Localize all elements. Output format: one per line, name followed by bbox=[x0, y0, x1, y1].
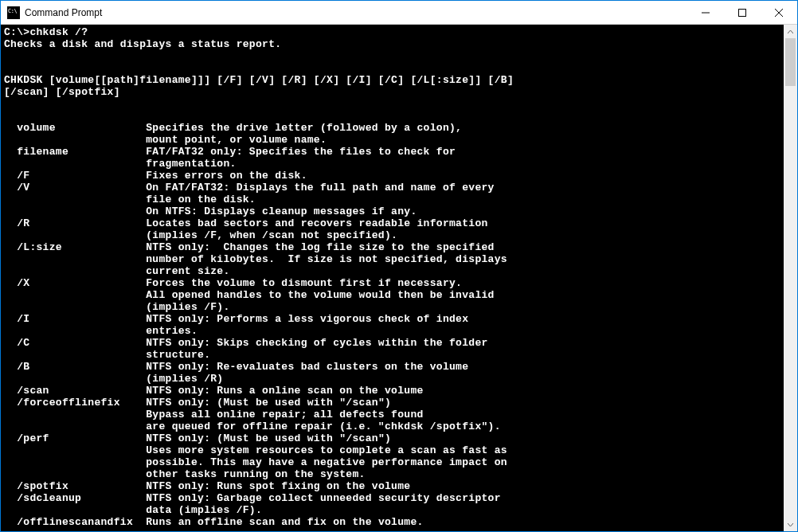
opt-key: /C bbox=[4, 337, 29, 349]
opt-key: volume bbox=[4, 122, 56, 134]
opt-val: NTFS only: Runs a online scan on the vol… bbox=[49, 385, 424, 397]
window-controls bbox=[687, 1, 797, 24]
opt-val: On NTFS: Displays cleanup messages if an… bbox=[4, 205, 417, 217]
opt-val: NTFS only: Performs a less vigorous chec… bbox=[29, 313, 468, 325]
opt-val: Fixes errors on the disk. bbox=[29, 170, 307, 182]
opt-key: /R bbox=[4, 217, 29, 229]
opt-val: (implies /F, when /scan not specified). bbox=[4, 229, 397, 241]
maximize-button[interactable] bbox=[724, 1, 761, 24]
opt-key: /scan bbox=[4, 385, 49, 397]
output-line: CHKDSK [volume[[path]filename]]] [/F] [/… bbox=[4, 74, 514, 86]
opt-val: NTFS only: (Must be used with "/scan") bbox=[120, 397, 391, 409]
opt-val: structure. bbox=[4, 349, 210, 361]
opt-val: Bypass all online repair; all defects fo… bbox=[4, 409, 424, 421]
maximize-icon bbox=[738, 9, 746, 17]
opt-key: /V bbox=[4, 182, 29, 194]
opt-val: number of kilobytes. If size is not spec… bbox=[4, 253, 507, 265]
opt-val: data (implies /F). bbox=[4, 504, 262, 516]
opt-val: NTFS only: Changes the log file size to … bbox=[62, 241, 495, 253]
vertical-scrollbar[interactable] bbox=[784, 25, 797, 531]
opt-val: (implies /R) bbox=[4, 373, 223, 385]
opt-val: FAT/FAT32 only: Specifies the files to c… bbox=[68, 146, 456, 158]
opt-key: /B bbox=[4, 361, 29, 373]
opt-val: Runs an offline scan and fix on the volu… bbox=[133, 516, 424, 528]
opt-val: Locates bad sectors and recovers readabl… bbox=[29, 217, 487, 229]
opt-key: /perf bbox=[4, 432, 49, 444]
svg-rect-1 bbox=[739, 9, 746, 16]
opt-key: filename bbox=[4, 146, 68, 158]
opt-val: On FAT/FAT32: Displays the full path and… bbox=[29, 182, 494, 194]
prompt: C:\> bbox=[4, 26, 29, 38]
opt-val: fragmentation. bbox=[4, 158, 237, 170]
opt-val: file on the disk. bbox=[4, 194, 256, 205]
opt-key: /sdcleanup bbox=[4, 492, 81, 504]
opt-key: /L:size bbox=[4, 241, 62, 253]
console-output[interactable]: C:\>chkdsk /? Checks a disk and displays… bbox=[1, 25, 784, 531]
scroll-up-button[interactable] bbox=[784, 25, 797, 38]
opt-val: Specifies the drive letter (followed by … bbox=[56, 122, 462, 134]
scrollbar-track[interactable] bbox=[784, 38, 797, 518]
minimize-button[interactable] bbox=[687, 1, 724, 24]
close-button[interactable] bbox=[761, 1, 797, 24]
output-line: [/scan] [/spotfix] bbox=[4, 86, 120, 98]
opt-val: Uses more system resources to complete a… bbox=[4, 444, 507, 456]
opt-val: current size. bbox=[4, 265, 230, 277]
opt-key: /X bbox=[4, 277, 29, 289]
opt-val: entries. bbox=[4, 325, 198, 337]
close-icon bbox=[775, 9, 783, 17]
command-text: chkdsk /? bbox=[29, 26, 88, 38]
opt-key: /forceofflinefix bbox=[4, 397, 120, 409]
chevron-up-icon bbox=[788, 30, 793, 33]
titlebar[interactable]: Command Prompt bbox=[1, 1, 797, 25]
chevron-down-icon bbox=[788, 523, 793, 526]
opt-val: mount point, or volume name. bbox=[4, 134, 327, 146]
opt-val: All opened handles to the volume would t… bbox=[4, 289, 495, 301]
client-area: C:\>chkdsk /? Checks a disk and displays… bbox=[1, 25, 797, 531]
scrollbar-thumb[interactable] bbox=[785, 38, 796, 86]
opt-key: /offlinescanandfix bbox=[4, 516, 133, 528]
opt-key: /I bbox=[4, 313, 29, 325]
cmd-icon bbox=[7, 6, 20, 19]
opt-val: possible. This may have a negative perfo… bbox=[4, 456, 507, 468]
command-prompt-window: Command Prompt C:\>chkdsk /? Checks a di… bbox=[0, 0, 798, 532]
opt-val: NTFS only: (Must be used with "/scan") bbox=[49, 432, 391, 444]
minimize-icon bbox=[702, 9, 710, 17]
window-title: Command Prompt bbox=[25, 7, 687, 18]
opt-key: /F bbox=[4, 170, 29, 182]
opt-val: NTFS only: Garbage collect unneeded secu… bbox=[81, 492, 501, 504]
scroll-down-button[interactable] bbox=[784, 518, 797, 531]
opt-val: NTFS only: Skips checking of cycles with… bbox=[29, 337, 487, 349]
opt-val: NTFS only: Re-evaluates bad clusters on … bbox=[29, 361, 468, 373]
opt-val: Forces the volume to dismount first if n… bbox=[29, 277, 462, 289]
opt-val: (implies /F). bbox=[4, 301, 230, 313]
opt-val: other tasks running on the system. bbox=[4, 468, 366, 480]
opt-key: /spotfix bbox=[4, 480, 68, 492]
opt-val: NTFS only: Runs spot fixing on the volum… bbox=[68, 480, 410, 492]
opt-val: are queued for offline repair (i.e. "chk… bbox=[4, 421, 501, 432]
output-line: Checks a disk and displays a status repo… bbox=[4, 38, 281, 50]
